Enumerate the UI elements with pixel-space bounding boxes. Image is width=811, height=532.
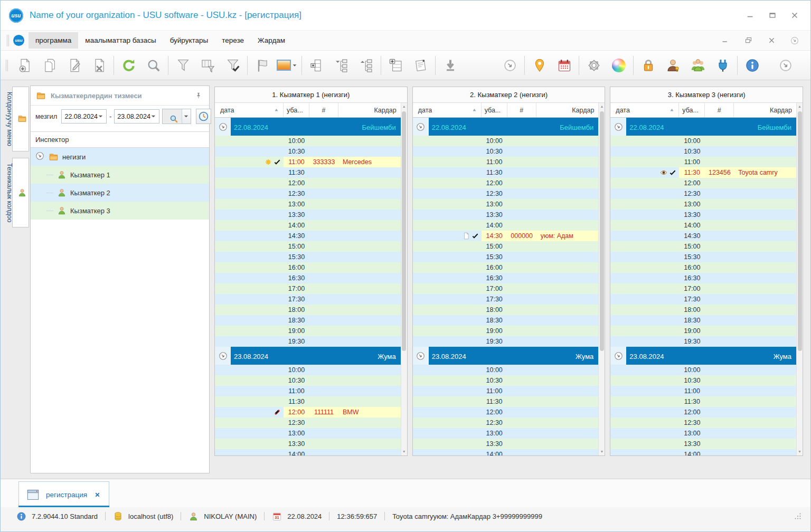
mdi-close-button[interactable] [764,35,779,46]
column-header-num[interactable]: # [309,103,338,117]
overflow-button[interactable] [773,53,798,78]
side-tab-0[interactable]: Колдонуучу меню [12,87,29,151]
schedule-slot-row[interactable]: 15:00 [610,241,796,252]
schedule-slot-row[interactable]: 10:30 [610,375,796,386]
schedule-slot-row[interactable]: 11:30 [215,396,401,407]
image-button[interactable] [275,53,299,78]
schedule-entry-row[interactable]: 11:30 123456 Toyota camry [610,167,796,178]
schedule-entry-row[interactable]: 11:00 333333 Mercedes [215,157,401,167]
mdi-restore-button[interactable] [741,35,756,46]
schedule-slot-row[interactable]: 11:30 [413,396,599,407]
date-from-combobox[interactable]: 22.08.2024 [61,109,107,124]
expand-tree-button[interactable] [329,53,354,78]
schedule-slot-row[interactable]: 12:30 [413,188,599,199]
menu-item-3[interactable]: терезе [215,32,251,49]
schedule-slot-row[interactable]: 12:30 [215,188,401,199]
schedule-slot-row[interactable]: 11:00 [610,157,796,167]
side-tab-1[interactable]: Техникалык колдоо [12,158,29,227]
filter-layout-button[interactable] [195,53,220,78]
scroll-up-icon[interactable]: ▲ [798,103,801,110]
toolbar-drag-handle[interactable] [6,60,8,71]
column-header-client[interactable]: Кардар [536,103,599,117]
add-rows-button[interactable] [304,53,329,78]
schedule-slot-row[interactable]: 10:30 [215,375,401,386]
schedule-slot-row[interactable]: 10:30 [215,146,401,157]
schedule-slot-row[interactable]: 19:00 [215,326,401,336]
scroll-thumb[interactable] [798,111,802,351]
scroll-up-icon[interactable]: ▲ [402,103,406,110]
column-header-time[interactable]: уба... [679,103,705,117]
expand-group-icon[interactable] [614,351,624,361]
date-to-combobox[interactable]: 23.08.2024 [114,109,159,124]
scroll-thumb[interactable] [600,111,604,351]
schedule-slot-row[interactable]: 17:00 [610,283,796,294]
schedule-slot-row[interactable]: 12:30 [215,417,401,428]
schedule-slot-row[interactable]: 11:00 [610,386,796,396]
menu-item-2[interactable]: буйруктары [163,32,215,49]
lock-button[interactable] [636,53,661,78]
schedule-slot-row[interactable]: 18:30 [215,315,401,326]
menu-item-0[interactable]: программа [29,32,78,49]
expand-group-icon[interactable] [614,122,624,132]
schedule-slot-row[interactable]: 19:00 [610,326,796,336]
schedule-slot-row[interactable]: 14:30 [215,231,401,241]
scroll-up-icon[interactable]: ▲ [600,103,603,110]
new-document-button[interactable] [12,53,37,78]
schedule-slot-row[interactable]: 13:00 [413,428,599,439]
schedule-slot-row[interactable]: 10:00 [215,136,401,146]
schedule-slot-row[interactable]: 13:30 [215,210,401,220]
vertical-scrollbar[interactable]: ▲ ▼ [598,103,605,455]
flag-button[interactable] [250,53,275,78]
schedule-slot-row[interactable]: 13:00 [610,428,796,439]
schedule-slot-row[interactable]: 13:00 [215,199,401,210]
schedule-slot-row[interactable]: 17:00 [413,283,599,294]
users-button[interactable] [685,53,710,78]
schedule-slot-row[interactable]: 17:00 [215,283,401,294]
collapse-tree-button[interactable] [354,53,379,78]
edit-document-button[interactable] [62,53,87,78]
expand-group-icon[interactable] [416,122,426,132]
date-group-row[interactable]: 22.08.2024Бейшемби [610,118,796,136]
apply-period-button[interactable] [162,109,191,124]
window-close-button[interactable] [787,10,802,21]
vertical-scrollbar[interactable]: ▲ ▼ [401,103,407,455]
overflow-button[interactable] [497,53,522,78]
schedule-slot-row[interactable]: 10:00 [610,136,796,146]
schedule-slot-row[interactable]: 15:00 [215,241,401,252]
schedule-slot-row[interactable]: 16:00 [215,262,401,273]
copy-document-button[interactable] [37,53,62,78]
add-table-button[interactable] [383,53,408,78]
scroll-down-icon[interactable]: ▼ [402,448,406,455]
column-header-num[interactable]: # [705,103,734,117]
schedule-slot-row[interactable]: 10:00 [413,365,599,375]
schedule-slot-row[interactable]: 19:00 [413,326,599,336]
tree-employee-row[interactable]: Кызматкер 2 [31,184,209,202]
schedule-slot-row[interactable]: 18:30 [610,315,796,326]
schedule-slot-row[interactable]: 13:00 [215,428,401,439]
schedule-slot-row[interactable]: 19:30 [215,336,401,347]
schedule-slot-row[interactable]: 18:30 [413,315,599,326]
schedule-slot-row[interactable]: 13:30 [413,210,599,220]
schedule-slot-row[interactable]: 10:30 [413,375,599,386]
column-header-client[interactable]: Кардар [734,103,796,117]
expand-group-icon[interactable] [35,151,45,161]
current-time-button[interactable] [196,109,211,124]
palette-button[interactable] [606,53,631,78]
usu-menu-logo-icon[interactable]: usu [13,35,24,46]
date-group-row[interactable]: 23.08.2024Жума [215,347,401,365]
gear-button[interactable] [581,53,606,78]
window-maximize-button[interactable] [765,10,780,21]
schedule-slot-row[interactable]: 14:00 [413,449,599,455]
pin-panel-button[interactable] [193,90,204,101]
expand-group-icon[interactable] [218,122,228,132]
schedule-slot-row[interactable]: 18:00 [610,305,796,315]
schedule-slot-row[interactable]: 14:00 [413,220,599,231]
calendar-button[interactable] [552,53,577,78]
schedule-slot-row[interactable]: 12:00 [413,178,599,188]
column-header-time[interactable]: уба... [482,103,507,117]
tree-employee-row[interactable]: Кызматкер 1 [31,166,209,184]
schedule-slot-row[interactable]: 11:30 [413,167,599,178]
user-key-button[interactable] [661,53,685,78]
schedule-slot-row[interactable]: 12:00 [610,407,796,417]
schedule-slot-row[interactable]: 16:30 [413,273,599,283]
